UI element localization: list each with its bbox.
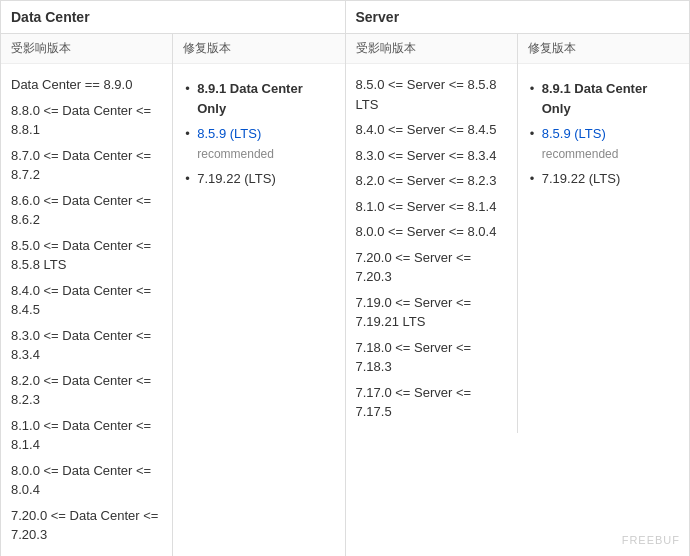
list-item: 8.5.0 <= Data Center <= 8.5.8 LTS — [11, 233, 162, 278]
fix-version-text: 8.9.1 Data Center Only — [542, 81, 648, 116]
data-center-header: Data Center — [1, 1, 345, 34]
list-item: 7.18.0 <= Server <= 7.18.3 — [356, 335, 507, 380]
list-item: 8.5.0 <= Server <= 8.5.8 LTS — [356, 72, 507, 117]
list-item: 8.1.0 <= Data Center <= 8.1.4 — [11, 413, 162, 458]
srv-fixed-header: 修复版本 — [518, 34, 689, 64]
list-item: 7.19.0 <= Server <= 7.19.21 LTS — [356, 290, 507, 335]
list-item: 8.2.0 <= Server <= 8.2.3 — [356, 168, 507, 194]
server-section: Server 受影响版本 8.5.0 <= Server <= 8.5.8 LT… — [346, 1, 690, 556]
list-item: 8.0.0 <= Data Center <= 8.0.4 — [11, 458, 162, 503]
list-item: 7.17.0 <= Server <= 7.17.5 — [356, 380, 507, 425]
recommended-label: recommended — [542, 147, 619, 161]
fix-version-text: 8.9.1 Data Center Only — [197, 81, 303, 116]
list-item: 8.5.9 (LTS) recommended — [183, 121, 334, 166]
list-item: 8.4.0 <= Data Center <= 8.4.5 — [11, 278, 162, 323]
list-item: 8.0.0 <= Server <= 8.0.4 — [356, 219, 507, 245]
dc-fixed-col: 修复版本 8.9.1 Data Center Only 8.5.9 (LTS) … — [173, 34, 344, 556]
recommended-label: recommended — [197, 147, 274, 161]
list-item: 7.20.0 <= Server <= 7.20.3 — [356, 245, 507, 290]
list-item: 7.19.0 <= Data Center <= 7.19.21 LTS — [11, 548, 162, 557]
list-item: 8.3.0 <= Data Center <= 8.3.4 — [11, 323, 162, 368]
srv-affected-header: 受影响版本 — [346, 34, 517, 64]
list-item: 8.2.0 <= Data Center <= 8.2.3 — [11, 368, 162, 413]
list-item: 8.7.0 <= Data Center <= 8.7.2 — [11, 143, 162, 188]
watermark: FREEBUF — [622, 534, 680, 546]
main-table: Data Center 受影响版本 Data Center == 8.9.0 8… — [0, 0, 690, 556]
srv-affected-body: 8.5.0 <= Server <= 8.5.8 LTS 8.4.0 <= Se… — [346, 64, 517, 433]
dc-affected-body: Data Center == 8.9.0 8.8.0 <= Data Cente… — [1, 64, 172, 556]
fix-version-text: 7.19.22 (LTS) — [542, 171, 621, 186]
list-item: 8.9.1 Data Center Only — [528, 76, 679, 121]
srv-fix-list: 8.9.1 Data Center Only 8.5.9 (LTS) recom… — [528, 72, 679, 196]
list-item: 8.6.0 <= Data Center <= 8.6.2 — [11, 188, 162, 233]
dc-affected-col: 受影响版本 Data Center == 8.9.0 8.8.0 <= Data… — [1, 34, 173, 556]
list-item: Data Center == 8.9.0 — [11, 72, 162, 98]
server-cols: 受影响版本 8.5.0 <= Server <= 8.5.8 LTS 8.4.0… — [346, 34, 690, 433]
dc-fixed-header: 修复版本 — [173, 34, 344, 64]
list-item: 7.20.0 <= Data Center <= 7.20.3 — [11, 503, 162, 548]
srv-fixed-col: 修复版本 8.9.1 Data Center Only 8.5.9 (LTS) … — [518, 34, 689, 433]
list-item: 8.5.9 (LTS) recommended — [528, 121, 679, 166]
list-item: 7.19.22 (LTS) — [528, 166, 679, 192]
dc-fixed-body: 8.9.1 Data Center Only 8.5.9 (LTS) recom… — [173, 64, 344, 204]
fix-version-text: 8.5.9 (LTS) — [542, 126, 606, 141]
list-item: 8.1.0 <= Server <= 8.1.4 — [356, 194, 507, 220]
list-item: 7.19.22 (LTS) — [183, 166, 334, 192]
dc-affected-header: 受影响版本 — [1, 34, 172, 64]
fix-version-text: 7.19.22 (LTS) — [197, 171, 276, 186]
list-item: 8.3.0 <= Server <= 8.3.4 — [356, 143, 507, 169]
data-center-section: Data Center 受影响版本 Data Center == 8.9.0 8… — [1, 1, 346, 556]
srv-affected-col: 受影响版本 8.5.0 <= Server <= 8.5.8 LTS 8.4.0… — [346, 34, 518, 433]
list-item: 8.4.0 <= Server <= 8.4.5 — [356, 117, 507, 143]
list-item: 8.8.0 <= Data Center <= 8.8.1 — [11, 98, 162, 143]
list-item: 8.9.1 Data Center Only — [183, 76, 334, 121]
srv-fixed-body: 8.9.1 Data Center Only 8.5.9 (LTS) recom… — [518, 64, 689, 204]
fix-version-text: 8.5.9 (LTS) — [197, 126, 261, 141]
dc-fix-list: 8.9.1 Data Center Only 8.5.9 (LTS) recom… — [183, 72, 334, 196]
server-header: Server — [346, 1, 690, 34]
data-center-cols: 受影响版本 Data Center == 8.9.0 8.8.0 <= Data… — [1, 34, 345, 556]
